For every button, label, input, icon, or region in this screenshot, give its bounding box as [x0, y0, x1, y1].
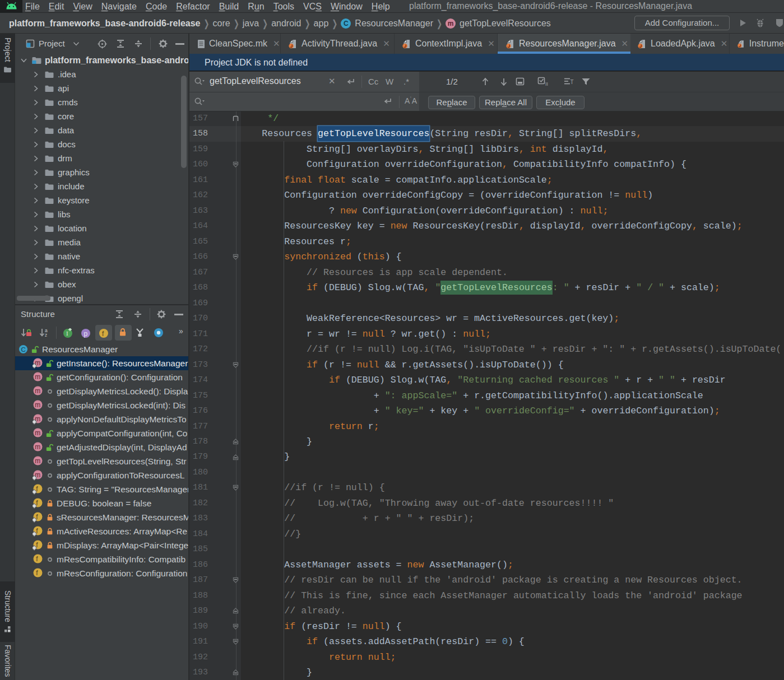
svg-text:C: C: [21, 346, 26, 353]
svg-text:m: m: [35, 401, 40, 409]
svg-text:p: p: [84, 330, 88, 338]
svg-text:m: m: [35, 429, 40, 437]
svg-text:m: m: [35, 457, 40, 465]
svg-text:m: m: [35, 443, 40, 451]
svg-text:I: I: [66, 330, 68, 337]
svg-text:m: m: [35, 373, 40, 381]
svg-text:z: z: [45, 332, 47, 338]
svg-text:T: T: [570, 79, 574, 85]
svg-text:m: m: [35, 387, 40, 395]
svg-text:II: II: [545, 81, 548, 87]
